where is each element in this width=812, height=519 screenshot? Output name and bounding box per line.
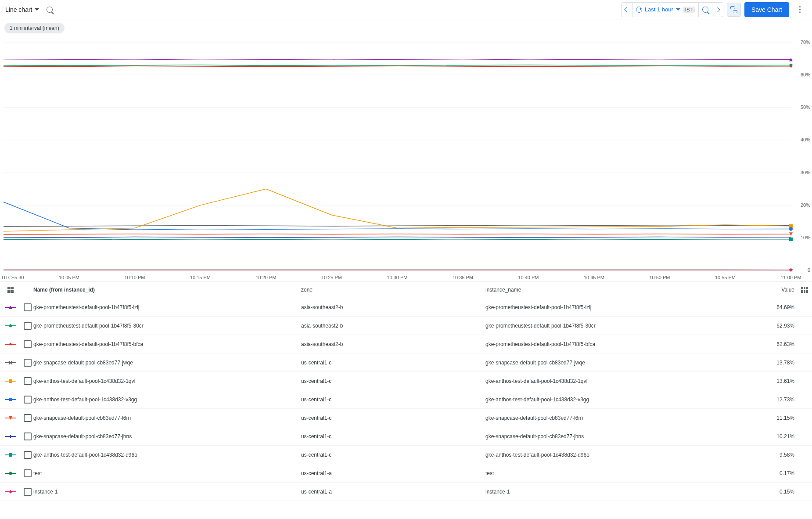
series-checkbox[interactable] xyxy=(24,359,32,367)
series-checkbox[interactable] xyxy=(24,322,32,330)
legend-row[interactable]: gke-snapcase-default-pool-cb83ed77-l6rnu… xyxy=(0,409,812,427)
search-icon xyxy=(47,7,53,13)
series-name: instance-1 xyxy=(33,489,301,495)
time-zoom-button[interactable] xyxy=(699,3,712,17)
columns-icon xyxy=(801,287,808,293)
legend-row[interactable]: instance-1us-central1-ainstance-10.15% xyxy=(0,483,812,501)
series-value: 11.15% xyxy=(762,415,797,421)
legend-row[interactable]: gke-snapcase-default-pool-cb83ed77-jwqeu… xyxy=(0,353,812,372)
series-instance: gke-prometheustest-default-pool-1b47f8f5… xyxy=(485,323,762,329)
legend-row[interactable]: gke-anthos-test-default-pool-1c438d32-1q… xyxy=(0,372,812,390)
columns-button[interactable] xyxy=(797,287,812,293)
series-zone: us-central1-c xyxy=(301,415,485,421)
series-marker xyxy=(0,470,21,476)
series-checkbox[interactable] xyxy=(24,377,32,385)
legend-table: Name (from instance_id) zone instance_na… xyxy=(0,281,812,501)
series-value: 62.93% xyxy=(762,323,797,329)
series-value: 13.61% xyxy=(762,378,797,384)
series-checkbox[interactable] xyxy=(24,396,32,404)
series-zone: asia-southeast2-b xyxy=(301,304,485,310)
y-tick: 60% xyxy=(801,72,810,77)
series-checkbox[interactable] xyxy=(24,414,32,422)
legend-row[interactable]: gke-prometheustest-default-pool-1b47f8f5… xyxy=(0,317,812,335)
legend-row[interactable]: testus-central1-atest0.17% xyxy=(0,464,812,483)
y-tick: 20% xyxy=(801,202,810,208)
caret-down-icon xyxy=(676,8,680,11)
series-zone: us-central1-c xyxy=(301,396,485,403)
x-tick: 10:20 PM xyxy=(255,275,276,280)
time-next-button[interactable] xyxy=(712,3,723,17)
series-checkbox[interactable] xyxy=(24,469,32,477)
series-instance: gke-prometheustest-default-pool-1b47f8f5… xyxy=(485,341,762,347)
series-zone: us-central1-a xyxy=(301,489,485,495)
x-tick: 10:25 PM xyxy=(321,275,342,280)
chart-area[interactable]: 70%60%50%40%30%20%10%0 10:05 PM10:10 PM1… xyxy=(0,33,812,281)
series-marker xyxy=(0,433,21,440)
chart-type-label: Line chart xyxy=(5,6,32,13)
series-marker xyxy=(0,360,21,366)
breakdown-icon[interactable] xyxy=(7,287,14,293)
series-zone: us-central1-c xyxy=(301,360,485,366)
col-zone-header[interactable]: zone xyxy=(301,287,485,293)
chevron-left-icon xyxy=(624,7,629,12)
save-chart-button[interactable]: Save Chart xyxy=(744,2,789,17)
series-zone: us-central1-a xyxy=(301,470,485,476)
legend-row[interactable]: gke-prometheustest-default-pool-1b47f8f5… xyxy=(0,298,812,317)
series-name: gke-prometheustest-default-pool-1b47f8f5… xyxy=(33,341,301,347)
series-name: gke-anthos-test-default-pool-1c438d32-v3… xyxy=(33,396,301,403)
more-button[interactable] xyxy=(793,3,807,17)
legend-row[interactable]: gke-snapcase-default-pool-cb83ed77-jhnsu… xyxy=(0,427,812,446)
x-tick: 10:35 PM xyxy=(453,275,473,280)
col-instance-header[interactable]: instance_name xyxy=(485,287,762,293)
series-value: 64.69% xyxy=(762,304,797,310)
series-instance: gke-prometheustest-default-pool-1b47f8f5… xyxy=(485,304,762,310)
series-zone: us-central1-c xyxy=(301,452,485,458)
caret-down-icon xyxy=(35,8,39,11)
compare-button[interactable] xyxy=(727,3,741,17)
x-tick: 11:00 PM xyxy=(780,275,801,280)
series-marker xyxy=(0,378,21,384)
series-value: 0.17% xyxy=(762,470,797,476)
clock-icon xyxy=(636,7,642,13)
x-tick: 10:15 PM xyxy=(190,275,211,280)
x-tick: 10:10 PM xyxy=(124,275,145,280)
toolbar: Line chart Last 1 hour IST Save Chart xyxy=(0,0,812,19)
series-instance: instance-1 xyxy=(485,489,762,495)
y-tick: 70% xyxy=(801,40,810,45)
search-button[interactable] xyxy=(43,3,57,17)
time-range-label: Last 1 hour xyxy=(645,6,673,13)
series-marker xyxy=(0,323,21,329)
series-instance: gke-anthos-test-default-pool-1c438d32-1q… xyxy=(485,378,762,384)
time-range-group: Last 1 hour IST xyxy=(621,2,723,17)
series-name: gke-snapcase-default-pool-cb83ed77-jwqe xyxy=(33,360,301,366)
series-zone: us-central1-c xyxy=(301,378,485,384)
legend-row[interactable]: gke-anthos-test-default-pool-1c438d32-d9… xyxy=(0,446,812,464)
series-value: 13.78% xyxy=(762,360,797,366)
series-checkbox[interactable] xyxy=(24,488,32,496)
series-value: 62.63% xyxy=(762,341,797,347)
time-prev-button[interactable] xyxy=(622,3,632,17)
series-instance: gke-anthos-test-default-pool-1c438d32-v3… xyxy=(485,396,762,403)
series-name: test xyxy=(33,470,301,476)
series-checkbox[interactable] xyxy=(24,303,32,311)
legend-row[interactable]: gke-anthos-test-default-pool-1c438d32-v3… xyxy=(0,390,812,409)
series-checkbox[interactable] xyxy=(24,432,32,440)
interval-chip[interactable]: 1 min interval (mean) xyxy=(4,23,65,33)
series-marker xyxy=(0,341,21,347)
col-name-header[interactable]: Name (from instance_id) xyxy=(33,287,301,293)
series-instance: gke-snapcase-default-pool-cb83ed77-jwqe xyxy=(485,360,762,366)
series-marker xyxy=(0,415,21,421)
series-marker xyxy=(0,396,21,403)
col-value-header[interactable]: Value xyxy=(762,287,797,293)
legend-row[interactable]: gke-prometheustest-default-pool-1b47f8f5… xyxy=(0,335,812,353)
series-marker xyxy=(0,304,21,310)
y-tick: 10% xyxy=(801,235,810,240)
chart-type-selector[interactable]: Line chart xyxy=(5,6,39,13)
x-tick: 10:50 PM xyxy=(649,275,670,280)
series-name: gke-anthos-test-default-pool-1c438d32-d9… xyxy=(33,452,301,458)
series-checkbox[interactable] xyxy=(24,451,32,459)
series-marker xyxy=(0,489,21,495)
time-range-button[interactable]: Last 1 hour IST xyxy=(632,3,699,17)
series-name: gke-prometheustest-default-pool-1b47f8f5… xyxy=(33,304,301,310)
series-checkbox[interactable] xyxy=(24,340,32,348)
